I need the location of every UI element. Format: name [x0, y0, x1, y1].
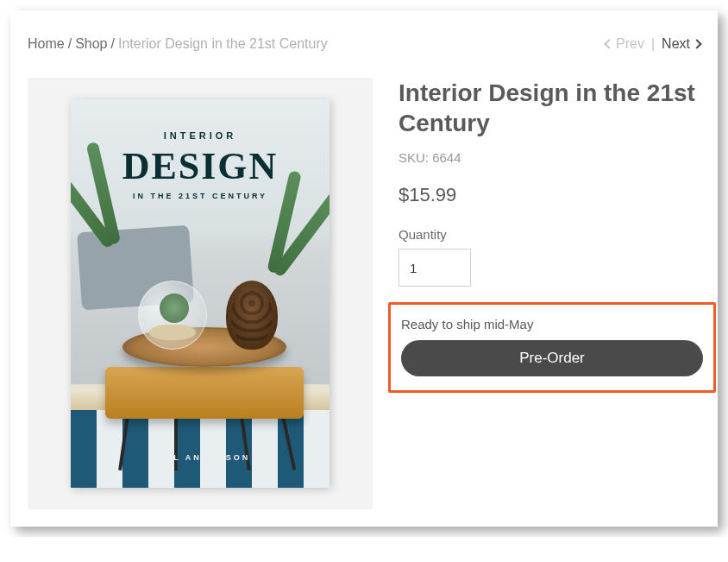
- top-bar: Home / Shop / Interior Design in the 21s…: [28, 36, 700, 52]
- chevron-left-icon: [604, 39, 613, 48]
- next-label: Next: [662, 36, 690, 52]
- chevron-right-icon: [692, 39, 701, 48]
- product-image[interactable]: INTERIOR DESIGN IN THE 21ST CENTURY PAUL…: [28, 78, 373, 509]
- content-row: INTERIOR DESIGN IN THE 21ST CENTURY PAUL…: [28, 78, 700, 509]
- cover-title: DESIGN: [71, 144, 329, 188]
- breadcrumb-home[interactable]: Home: [28, 36, 65, 52]
- cover-sup: INTERIOR: [71, 130, 329, 141]
- cover-sub: IN THE 21ST CENTURY: [71, 192, 329, 200]
- product-sku: SKU: 6644: [399, 150, 716, 165]
- preorder-button[interactable]: Pre-Order: [401, 340, 703, 376]
- product-title: Interior Design in the 21st Century: [399, 78, 716, 138]
- cover-text: INTERIOR DESIGN IN THE 21ST CENTURY: [71, 130, 329, 200]
- ship-message: Ready to ship mid-May: [401, 317, 703, 332]
- breadcrumb-sep: /: [68, 36, 72, 52]
- pager: Prev | Next: [606, 36, 700, 52]
- product-details: Interior Design in the 21st Century SKU:…: [399, 78, 716, 509]
- pager-divider: |: [651, 36, 655, 52]
- quantity-input[interactable]: [399, 249, 471, 287]
- breadcrumb: Home / Shop / Interior Design in the 21s…: [28, 36, 328, 52]
- prev-link[interactable]: Prev: [606, 36, 644, 52]
- product-price: $15.99: [399, 184, 716, 206]
- prev-label: Prev: [616, 36, 644, 52]
- breadcrumb-shop[interactable]: Shop: [75, 36, 107, 52]
- book-cover: INTERIOR DESIGN IN THE 21ST CENTURY PAUL…: [71, 99, 329, 488]
- quantity-label: Quantity: [399, 227, 716, 242]
- preorder-callout: Ready to ship mid-May Pre-Order: [388, 302, 716, 393]
- next-link[interactable]: Next: [662, 36, 700, 52]
- breadcrumb-current: Interior Design in the 21st Century: [118, 36, 328, 52]
- cover-author: PAUL ANDERSON: [71, 453, 329, 462]
- product-page: Home / Shop / Interior Design in the 21s…: [10, 10, 718, 527]
- breadcrumb-sep: /: [111, 36, 115, 52]
